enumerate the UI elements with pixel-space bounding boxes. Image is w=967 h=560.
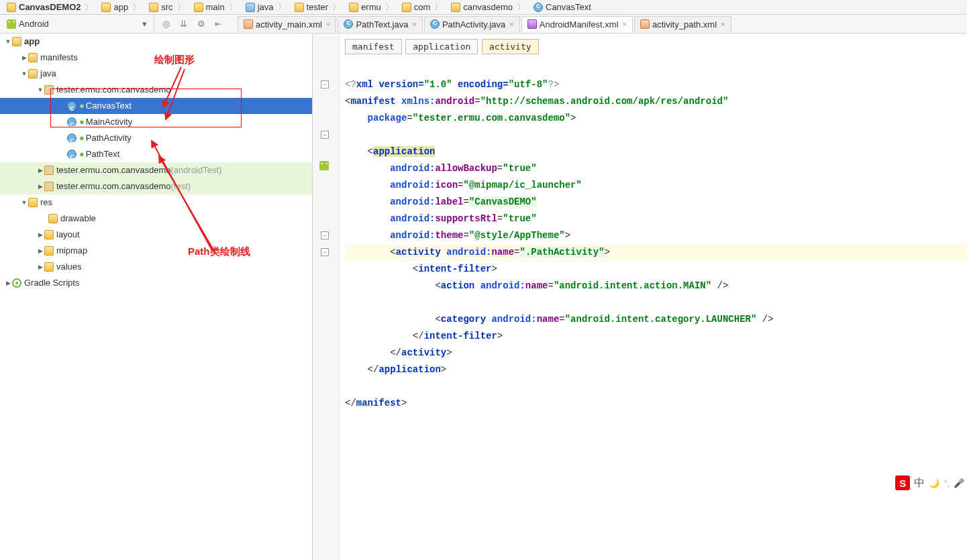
ime-lang[interactable]: 中 [914, 476, 925, 490]
collapse-icon[interactable]: ⇊ [180, 19, 191, 30]
crumb-application[interactable]: application [405, 39, 478, 54]
close-icon[interactable]: × [509, 20, 513, 28]
class-icon [344, 19, 353, 29]
xml-icon [244, 19, 253, 29]
bc-canvasdemo2[interactable]: CanvasDEMO2 [3, 1, 97, 13]
crumb-manifest[interactable]: manifest [345, 39, 402, 54]
gear-icon[interactable]: ⚙ [197, 19, 208, 30]
xml-icon [640, 19, 650, 29]
fold-icon[interactable]: − [321, 131, 329, 139]
code-editor: − − − − manifest application activity <?… [313, 34, 967, 560]
bc-tester[interactable]: tester [291, 1, 346, 13]
bc-java[interactable]: java [242, 1, 291, 13]
tree-values[interactable]: values [0, 259, 312, 275]
editor-tabs: activity_main.xml× PathText.java× PathAc… [234, 15, 967, 33]
code-area[interactable]: <?xml version="1.0" encoding="utf-8"?> <… [340, 60, 967, 429]
tree-app[interactable]: app [0, 34, 312, 50]
project-tree: app manifests java tester.ermu.com.canva… [0, 34, 313, 560]
tab-pathtext[interactable]: PathText.java× [338, 16, 422, 32]
close-icon[interactable]: × [412, 20, 416, 28]
bc-ermu[interactable]: ermu [345, 1, 398, 13]
ime-logo-icon: S [895, 475, 910, 490]
breadcrumb: CanvasDEMO2 app src main java tester erm… [0, 0, 967, 15]
tree-manifests[interactable]: manifests [0, 50, 312, 66]
moon-icon[interactable]: 🌙 [929, 478, 939, 488]
bc-com[interactable]: com [398, 1, 448, 13]
tab-androidmanifest[interactable]: AndroidManifest.xml× [521, 16, 633, 32]
tree-mainactivity[interactable]: ●MainActivity [0, 114, 312, 130]
tree-gradle[interactable]: Gradle Scripts [0, 275, 312, 291]
ime-toolbar[interactable]: S 中 🌙 °, 🎤 [893, 473, 967, 493]
tree-res[interactable]: res [0, 194, 312, 211]
hide-icon[interactable]: ⇤ [215, 19, 225, 30]
fold-icon[interactable]: − [321, 80, 329, 89]
variant-selector[interactable]: Android ▾ [0, 15, 154, 33]
bc-main[interactable]: main [190, 1, 242, 13]
tab-activity-path[interactable]: activity_path.xml× [634, 16, 731, 32]
tree-pkg-androidtest[interactable]: tester.ermu.com.canvasdemo (androidTest) [0, 162, 312, 178]
gutter: − − − − [313, 34, 340, 560]
close-icon[interactable]: × [721, 20, 725, 28]
crumb-activity[interactable]: activity [482, 39, 539, 54]
manifest-icon [527, 19, 537, 29]
tree-pkg1[interactable]: tester.ermu.com.canvasdemo [0, 82, 312, 98]
fold-icon[interactable]: − [321, 231, 329, 239]
mic-icon[interactable]: 🎤 [954, 478, 964, 488]
bc-src[interactable]: src [145, 1, 189, 13]
bc-app[interactable]: app [97, 1, 145, 13]
tree-mipmap[interactable]: mipmap [0, 243, 312, 259]
android-gutter-icon [319, 161, 329, 170]
tree-drawable[interactable]: drawable [0, 211, 312, 227]
tree-pathactivity[interactable]: ●PathActivity [0, 130, 312, 146]
tab-pathactivity[interactable]: PathActivity.java× [424, 16, 520, 32]
tree-layout[interactable]: layout [0, 227, 312, 243]
target-icon[interactable]: ◎ [162, 19, 173, 30]
bc-canvasdemo[interactable]: canvasdemo [447, 1, 529, 13]
tree-java[interactable]: java [0, 66, 312, 82]
tree-canvastext[interactable]: ●CanvasText [0, 98, 312, 114]
class-icon [430, 19, 440, 29]
fold-icon[interactable]: − [321, 248, 329, 256]
variant-label: Android [19, 19, 49, 29]
tree-pathtext[interactable]: ●PathText [0, 146, 312, 162]
code-breadcrumbs: manifest application activity [340, 34, 967, 60]
punct-icon[interactable]: °, [944, 478, 950, 488]
close-icon[interactable]: × [623, 20, 627, 28]
android-icon [7, 19, 16, 29]
chevron-down-icon: ▾ [142, 19, 147, 29]
close-icon[interactable]: × [326, 20, 330, 28]
tab-activity-main[interactable]: activity_main.xml× [238, 16, 336, 32]
toolbar: Android ▾ ◎ ⇊ ⚙ ⇤ activity_main.xml× Pat… [0, 15, 967, 34]
tree-pkg-test[interactable]: tester.ermu.com.canvasdemo (test) [0, 178, 312, 194]
bc-canvastext[interactable]: CanvasText [529, 2, 599, 12]
